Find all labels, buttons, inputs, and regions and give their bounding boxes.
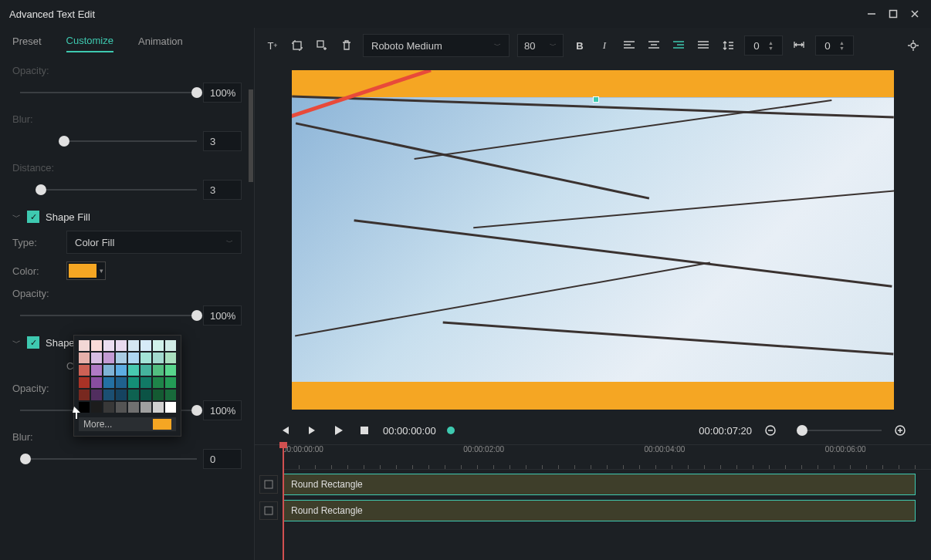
color-cell[interactable]	[140, 390, 151, 400]
color-cell[interactable]	[128, 340, 139, 351]
sidebar-scrollbar[interactable]	[249, 89, 253, 182]
fill-opacity-slider[interactable]	[20, 315, 197, 316]
color-cell[interactable]	[116, 340, 127, 351]
color-cell[interactable]	[128, 390, 139, 400]
color-cell[interactable]	[128, 365, 139, 376]
close-button[interactable]	[908, 7, 922, 21]
add-text-icon[interactable]: T+	[264, 37, 281, 54]
color-cell[interactable]	[79, 340, 90, 351]
color-cell[interactable]	[153, 377, 164, 388]
preview-canvas[interactable]	[255, 63, 931, 417]
more-colors-button[interactable]: More...	[83, 419, 112, 430]
color-cell[interactable]	[103, 340, 114, 351]
border-blur-slider[interactable]	[20, 458, 197, 460]
char-spacing-input[interactable]: ▲▼	[815, 35, 854, 56]
color-cell[interactable]	[91, 377, 102, 388]
color-cell[interactable]	[116, 377, 127, 388]
color-cell[interactable]	[79, 390, 90, 400]
color-cell[interactable]	[79, 365, 90, 376]
zoom-out-button[interactable]	[763, 423, 778, 438]
timeline-clip[interactable]: Round Rectangle	[283, 500, 916, 521]
color-cell[interactable]	[128, 353, 139, 363]
line-spacing-icon[interactable]	[719, 37, 736, 54]
border-opacity-value[interactable]: 100%	[203, 400, 242, 420]
color-cell[interactable]	[153, 365, 164, 376]
color-cell[interactable]	[165, 390, 176, 400]
color-cell[interactable]	[103, 390, 114, 400]
color-cell[interactable]	[165, 340, 176, 351]
track-icon[interactable]	[259, 475, 278, 494]
color-cell[interactable]	[116, 365, 127, 376]
color-cell[interactable]	[165, 353, 176, 363]
zoom-slider[interactable]	[797, 430, 882, 431]
color-cell[interactable]	[140, 377, 151, 388]
shape-fill-checkbox[interactable]: ✓	[27, 211, 39, 223]
timeline-clip[interactable]: Round Rectangle	[283, 474, 916, 495]
distance-value[interactable]: 3	[203, 180, 242, 200]
color-cell[interactable]	[140, 353, 151, 363]
char-spacing-icon[interactable]	[791, 37, 807, 54]
color-cell[interactable]	[91, 340, 102, 351]
color-cell[interactable]	[79, 353, 90, 363]
resize-handle[interactable]	[593, 96, 599, 103]
align-center-icon[interactable]	[645, 37, 662, 54]
color-cell[interactable]	[165, 402, 176, 413]
color-cell[interactable]	[128, 402, 139, 413]
crop-icon[interactable]	[289, 37, 306, 54]
color-cell[interactable]	[116, 353, 127, 363]
next-frame-button[interactable]	[304, 423, 320, 438]
border-blur-value[interactable]: 0	[203, 449, 242, 469]
font-dropdown[interactable]: Roboto Medium ﹀	[363, 34, 510, 57]
fill-opacity-value[interactable]: 100%	[203, 305, 242, 326]
align-left-icon[interactable]	[621, 37, 638, 54]
target-icon[interactable]	[905, 37, 922, 54]
distance-slider[interactable]	[36, 189, 197, 191]
color-cell[interactable]	[79, 377, 90, 388]
color-cell[interactable]	[103, 402, 114, 413]
blur-value[interactable]: 3	[203, 131, 242, 151]
playhead[interactable]	[283, 445, 284, 560]
shape-border-checkbox[interactable]: ✓	[27, 336, 39, 349]
line-spacing-input[interactable]: ▲▼	[744, 35, 783, 56]
fill-color-button[interactable]: ▾	[66, 261, 106, 280]
color-cell[interactable]	[128, 377, 139, 388]
italic-button[interactable]: I	[596, 37, 613, 54]
zoom-in-button[interactable]	[892, 423, 908, 438]
color-cell[interactable]	[140, 340, 151, 351]
color-cell[interactable]	[116, 390, 127, 400]
opacity-slider[interactable]	[20, 92, 197, 93]
trash-icon[interactable]	[338, 37, 355, 54]
color-cell[interactable]	[79, 402, 90, 413]
color-cell[interactable]	[165, 377, 176, 388]
color-cell[interactable]	[140, 365, 151, 376]
color-cell[interactable]	[103, 353, 114, 363]
bold-button[interactable]: B	[571, 37, 588, 54]
color-cell[interactable]	[91, 353, 102, 363]
prev-frame-button[interactable]	[278, 423, 293, 438]
color-cell[interactable]	[153, 353, 164, 363]
timeline-ruler[interactable]: 00:00:00:0000:00:02:0000:00:04:0000:00:0…	[283, 445, 931, 470]
maximize-button[interactable]	[886, 7, 900, 21]
color-cell[interactable]	[153, 390, 164, 400]
opacity-value[interactable]: 100%	[203, 83, 242, 103]
color-cell[interactable]	[91, 402, 102, 413]
blur-slider[interactable]	[59, 140, 197, 142]
shape-add-icon[interactable]	[313, 37, 330, 54]
color-cell[interactable]	[91, 365, 102, 376]
color-cell[interactable]	[140, 402, 151, 413]
chevron-down-icon[interactable]: ﹀	[12, 337, 21, 349]
align-justify-icon[interactable]	[695, 37, 712, 54]
color-cell[interactable]	[153, 340, 164, 351]
color-cell[interactable]	[91, 390, 102, 400]
color-cell[interactable]	[153, 402, 164, 413]
color-cell[interactable]	[103, 365, 114, 376]
color-cell[interactable]	[165, 365, 176, 376]
type-dropdown[interactable]: Color Fill ﹀	[66, 231, 242, 254]
color-cell[interactable]	[116, 402, 127, 413]
tab-preset[interactable]: Preset	[12, 35, 42, 52]
stop-button[interactable]	[357, 423, 372, 438]
font-size-dropdown[interactable]: 80 ﹀	[517, 34, 564, 57]
tab-customize[interactable]: Customize	[66, 35, 113, 52]
minimize-button[interactable]	[865, 7, 879, 21]
play-button[interactable]	[330, 423, 346, 438]
